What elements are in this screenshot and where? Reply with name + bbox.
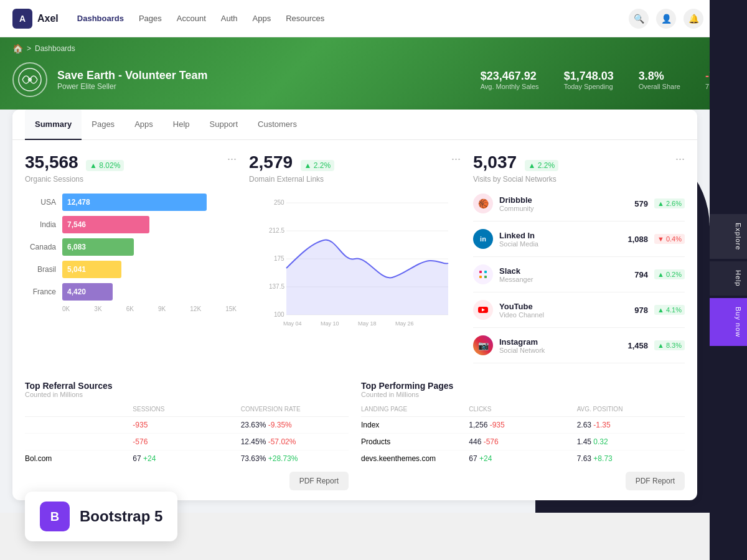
page-clicks-3: 67 +24 [469,454,576,463]
breadcrumb: 🏠 > Dashboards [12,44,735,54]
col-position: AVG. POSITION [577,406,685,413]
top-pages-section: Top Performing Pages Counted in Millions… [361,381,685,490]
bar-row-france: France 4,420 [25,283,237,301]
stat-label-spending: Today Spending [564,83,614,90]
page-position-2: 1.45 0.32 [577,437,685,446]
line-chart-svg: 250 212.5 175 137.5 100 [249,194,461,330]
instagram-name: Instagram [499,337,621,347]
dribbble-info: Dribbble Community [499,195,628,212]
notifications-icon[interactable]: 🔔 [684,9,703,29]
tab-help[interactable]: Help [163,110,200,140]
page-clicks-1: 1,256 -935 [469,421,576,429]
bar-label-canada: Canada [25,243,56,251]
search-icon[interactable]: 🔍 [629,9,649,29]
referral-sessions-1: -935 [133,421,240,429]
nav-dashboards[interactable]: Dashboards [77,14,124,23]
social-row-instagram: 📷 Instagram Social Network 1,458 ▲ 8.3% [473,335,685,363]
social-networks-label: Visits by Social Networks [473,175,685,184]
pdf-report-btn-pages[interactable]: PDF Report [626,472,685,490]
svg-text:100: 100 [274,311,284,318]
linkedin-type: Social Media [499,240,621,248]
dribbble-name: Dribbble [499,195,628,205]
nav-pages[interactable]: Pages [139,14,162,23]
nav-account[interactable]: Account [177,14,206,23]
profile-logo [12,62,47,97]
home-icon[interactable]: 🏠 [12,44,23,54]
bottom-tables: Top Referral Sources Counted in Millions… [12,371,697,500]
metric-social-networks: 5,037 ▲ 2.2% ··· Visits by Social Networ… [473,152,685,371]
social-networks-more[interactable]: ··· [675,152,685,166]
bar-brasil: 5,041 [62,261,121,278]
breadcrumb-current: Dashboards [35,44,75,53]
youtube-name: YouTube [499,302,628,311]
stat-value-monthly: $23,467.92 [481,70,539,83]
referral-rate-1: 23.63% -9.35% [241,421,349,429]
bar-canada: 6,083 [62,238,134,256]
organic-sessions-more[interactable]: ··· [227,152,237,166]
referral-name-1 [25,421,133,429]
profile-row: Save Earth - Volunteer Team Power Elite … [12,62,735,97]
tab-apps[interactable]: Apps [125,110,163,140]
external-links-badge: ▲ 2.2% [301,160,335,171]
dribbble-type: Community [499,205,628,212]
green-header: 🏠 > Dashboards Save Earth - Volunteer Te… [0,37,747,110]
nav-apps[interactable]: Apps [253,14,271,23]
top-pages-title: Top Performing Pages [361,381,685,391]
pages-row-1: Index 1,256 -935 2.63 -1.35 [361,417,685,434]
page-clicks-2: 446 -576 [469,437,576,446]
referral-sessions-3: 67 +24 [133,454,240,463]
organic-sessions-label: Organic Sessions [25,175,237,184]
bar-label-india: India [25,220,56,229]
top-navigation: A Axel Dashboards Pages Account Auth App… [0,0,747,37]
tab-support[interactable]: Support [200,110,248,140]
tab-customers[interactable]: Customers [248,110,307,140]
referral-rate-2: 12.45% -57.02% [241,437,349,446]
breadcrumb-separator: > [27,44,31,53]
dribbble-icon: 🏀 [473,194,493,213]
buynow-button[interactable]: Buy now [710,298,747,346]
col-clicks: CLICKS [469,406,576,413]
logo-icon: A [12,9,32,29]
tab-summary[interactable]: Summary [25,110,82,140]
bar-label-usa: USA [25,198,56,207]
explore-button[interactable]: Explore [710,214,747,259]
svg-text:212.5: 212.5 [269,227,284,234]
referral-name-3: Bol.com [25,454,133,463]
line-chart-container: 250 212.5 175 137.5 100 [249,194,461,333]
svg-text:137.5: 137.5 [269,283,284,290]
svg-text:175: 175 [274,255,284,262]
external-links-value: 2,579 [249,152,293,172]
svg-rect-18 [479,276,482,278]
stat-label-share: Overall Share [639,83,680,90]
linkedin-info: Linked In Social Media [499,231,621,248]
metric-organic-sessions: 35,568 ▲ 8.02% ··· Organic Sessions USA … [25,152,237,371]
tab-pages[interactable]: Pages [82,110,125,140]
top-pages-subtitle: Counted in Millions [361,391,685,398]
pages-header: LANDING PAGE CLICKS AVG. POSITION [361,406,685,417]
page-name-3: devs.keenthemes.com [361,454,469,463]
stat-value-share: 3.8% [639,70,680,83]
page-name-1: Index [361,421,469,429]
pdf-report-btn-referral[interactable]: PDF Report [289,472,349,490]
bar-chart: USA 12,478 India 7,546 Canada [25,194,237,312]
nav-resources[interactable]: Resources [286,14,324,23]
bar-row-india: India 7,546 [25,216,237,233]
external-links-more[interactable]: ··· [451,152,461,166]
page-position-3: 7.63 +8.73 [577,454,685,463]
app-name: Axel [37,13,59,24]
social-networks-value: 5,037 [473,152,517,172]
referral-subtitle: Counted in Millions [25,391,349,398]
pages-row-2: Products 446 -576 1.45 0.32 [361,434,685,450]
referral-header: SESSIONS CONVERSION RATE [25,406,349,417]
profile-role: Power Elite Seller [57,82,207,91]
instagram-icon: 📷 [473,335,493,355]
right-sidebar: Explore Help Buy now [710,0,747,560]
svg-rect-16 [479,271,482,273]
referral-rate-3: 73.63% +28.73% [241,454,349,463]
nav-auth[interactable]: Auth [221,14,238,23]
stat-label-monthly: Avg. Monthly Sales [481,83,539,90]
linkedin-icon: in [473,229,493,249]
social-row-youtube: YouTube Video Channel 978 ▲ 4.1% [473,300,685,328]
user-icon[interactable]: 👤 [656,9,676,29]
help-button[interactable]: Help [710,261,747,296]
